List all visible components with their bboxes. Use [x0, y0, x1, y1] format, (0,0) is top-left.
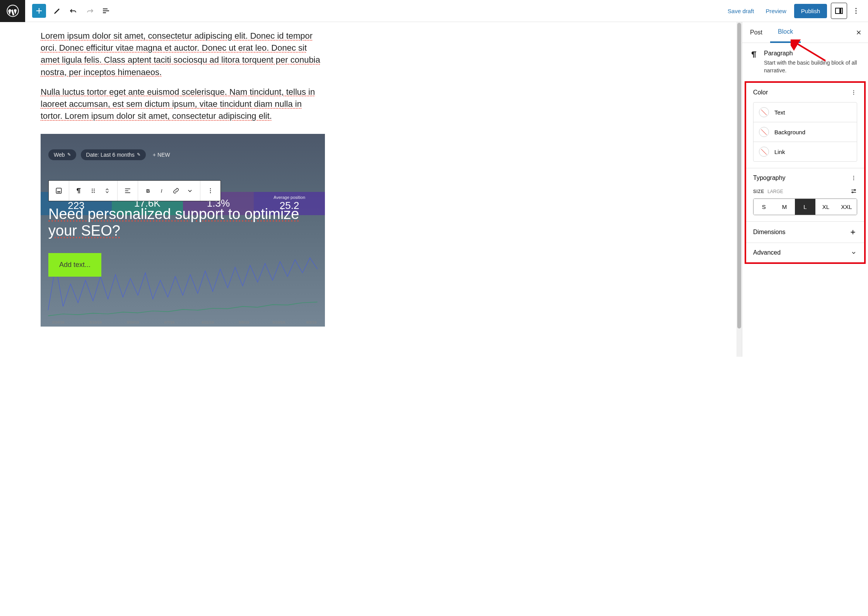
italic-icon: I — [158, 187, 166, 195]
plus-icon[interactable] — [849, 228, 857, 236]
main-layout: Lorem ipsum dolor sit amet, consectetur … — [0, 22, 868, 357]
bold-icon: B — [144, 187, 152, 195]
publish-button[interactable]: Publish — [794, 4, 827, 18]
drag-handle[interactable] — [86, 184, 100, 198]
typography-panel: Typography SIZE LARGE S M L XL XXL — [746, 168, 864, 222]
svg-point-19 — [94, 192, 95, 193]
svg-rect-12 — [56, 188, 61, 193]
redo-icon — [85, 6, 94, 15]
svg-text:5/19/19: 5/19/19 — [273, 320, 285, 324]
preview-button[interactable]: Preview — [760, 5, 791, 17]
paragraph-block-1[interactable]: Lorem ipsum dolor sit amet, consectetur … — [41, 30, 325, 78]
svg-point-15 — [94, 188, 95, 190]
svg-text:3/10/19: 3/10/19 — [89, 320, 102, 324]
scrollbar[interactable] — [736, 22, 742, 357]
settings-sidebar: Post Block Paragraph Start with the basi… — [742, 22, 868, 357]
paragraph-icon — [75, 187, 83, 195]
document-overview-button[interactable] — [98, 3, 114, 19]
svg-point-31 — [853, 180, 854, 180]
editor-top-toolbar: Save draft Preview Publish — [0, 0, 868, 22]
color-text-row[interactable]: Text — [754, 103, 857, 122]
cover-block[interactable]: Web ✎ Date: Last 6 months ✎ + NEW Tot223… — [41, 134, 325, 327]
editor-canvas[interactable]: Lorem ipsum dolor sit amet, consectetur … — [0, 22, 742, 357]
editor-content: Lorem ipsum dolor sit amet, consectetur … — [8, 30, 325, 342]
svg-point-14 — [92, 188, 93, 190]
bold-button[interactable]: B — [141, 184, 155, 198]
wordpress-icon — [7, 5, 19, 17]
svg-point-30 — [853, 178, 854, 178]
link-icon — [172, 187, 180, 195]
kebab-icon[interactable] — [850, 89, 857, 96]
more-format-button[interactable] — [183, 184, 197, 198]
size-l[interactable]: L — [795, 199, 815, 215]
toolbar-left — [0, 0, 114, 22]
block-name: Paragraph — [764, 50, 861, 57]
size-xxl[interactable]: XXL — [836, 199, 857, 215]
svg-point-28 — [853, 94, 854, 95]
svg-point-18 — [92, 192, 93, 193]
block-options-button[interactable] — [203, 184, 217, 198]
cover-icon — [55, 187, 63, 195]
svg-point-2 — [856, 10, 857, 12]
kebab-icon[interactable] — [850, 175, 857, 181]
options-button[interactable] — [848, 3, 864, 19]
close-sidebar-button[interactable] — [853, 26, 865, 39]
svg-text:4/7/19: 4/7/19 — [164, 320, 174, 324]
align-button[interactable] — [121, 184, 135, 198]
drag-icon — [89, 187, 97, 195]
svg-point-23 — [210, 190, 211, 191]
annotation-highlight: Color Text Background — [745, 81, 866, 264]
svg-point-17 — [94, 190, 95, 191]
list-view-icon — [101, 6, 111, 15]
sidebar-toggle-button[interactable] — [831, 3, 847, 19]
button-block[interactable]: Add text... — [48, 253, 101, 277]
color-swatch-none — [759, 107, 769, 117]
advanced-panel-header[interactable]: Advanced — [746, 243, 864, 262]
add-block-button[interactable] — [32, 4, 46, 18]
color-link-row[interactable]: Link — [754, 142, 857, 161]
toolbar-left-group — [25, 3, 114, 19]
scrollbar-thumb[interactable] — [737, 23, 741, 329]
chevrons-icon — [103, 187, 111, 195]
save-draft-button[interactable]: Save draft — [722, 5, 759, 17]
pencil-icon — [53, 6, 62, 15]
svg-point-22 — [210, 188, 211, 189]
align-icon — [124, 187, 132, 195]
sidebar-tabs: Post Block — [742, 22, 868, 43]
tab-post[interactable]: Post — [742, 22, 770, 43]
dimensions-panel-header[interactable]: Dimensions — [746, 222, 864, 243]
sidebar-icon — [835, 8, 843, 14]
chevron-down-icon[interactable] — [850, 249, 857, 256]
svg-text:I: I — [161, 188, 162, 194]
color-panel: Color Text Background — [746, 83, 864, 168]
svg-point-32 — [854, 190, 856, 191]
paragraph-block-button[interactable] — [72, 184, 86, 198]
plus-icon — [34, 6, 44, 15]
paragraph-icon — [749, 50, 759, 59]
typography-panel-header[interactable]: Typography — [746, 168, 864, 188]
undo-button[interactable] — [65, 3, 82, 19]
tools-button[interactable] — [49, 3, 65, 19]
size-m[interactable]: M — [774, 199, 795, 215]
svg-point-27 — [853, 92, 854, 93]
svg-text:3/24/19: 3/24/19 — [126, 320, 139, 324]
color-background-row[interactable]: Background — [754, 122, 857, 142]
color-panel-header[interactable]: Color — [746, 83, 864, 102]
cover-heading[interactable]: Need personalized support to optimize yo… — [48, 204, 317, 241]
svg-point-1 — [856, 8, 857, 9]
parent-block-button[interactable] — [52, 184, 66, 198]
svg-text:6/2/19: 6/2/19 — [306, 320, 317, 324]
sliders-icon[interactable] — [850, 188, 857, 195]
link-button[interactable] — [169, 184, 183, 198]
paragraph-block-2[interactable]: Nulla luctus tortor eget ante euismod sc… — [41, 86, 325, 122]
svg-text:B: B — [146, 188, 150, 194]
wordpress-logo[interactable] — [0, 0, 25, 22]
redo-button[interactable] — [82, 3, 98, 19]
color-swatch-none — [759, 147, 769, 157]
size-xl[interactable]: XL — [815, 199, 836, 215]
kebab-icon — [207, 187, 214, 195]
move-button[interactable] — [100, 184, 114, 198]
tab-block[interactable]: Block — [770, 22, 801, 43]
italic-button[interactable]: I — [155, 184, 169, 198]
size-s[interactable]: S — [754, 199, 774, 215]
